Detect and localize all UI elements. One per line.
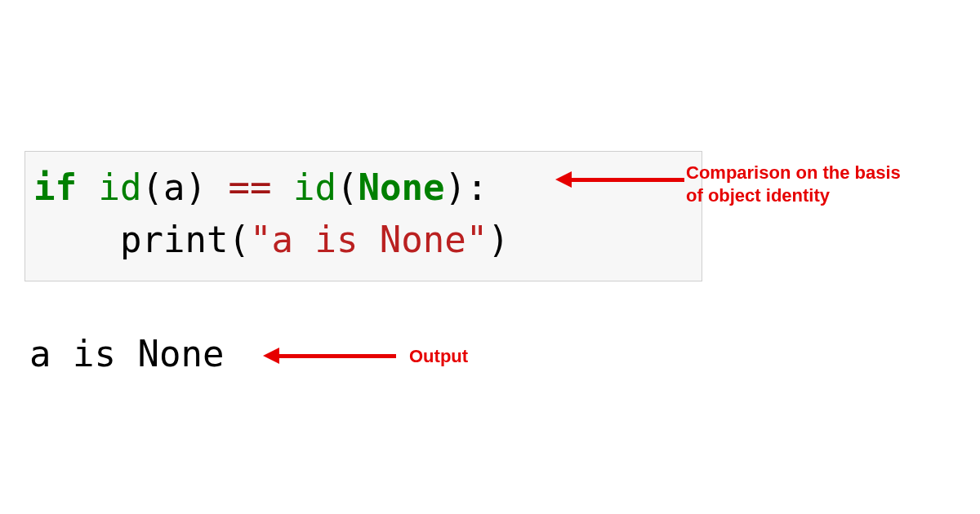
space xyxy=(271,166,293,208)
builtin-print: print xyxy=(120,219,228,260)
arrow-line-icon xyxy=(570,178,684,182)
operator-eq: == xyxy=(228,166,271,208)
string-literal: "a is None" xyxy=(250,219,488,260)
rparen-2: ) xyxy=(444,166,466,208)
annotation-comparison: Comparison on the basis of object identi… xyxy=(686,162,901,206)
indent xyxy=(33,219,120,260)
keyword-if: if xyxy=(33,166,77,208)
output-text: a is None xyxy=(29,333,224,374)
lparen-2: ( xyxy=(336,166,359,208)
colon: : xyxy=(466,166,488,208)
none-literal: None xyxy=(358,166,444,208)
annotation-output: Output xyxy=(409,346,468,367)
annotation-comparison-line2: of object identity xyxy=(686,184,901,207)
arrow-line-icon xyxy=(278,354,396,358)
annotation-comparison-line1: Comparison on the basis xyxy=(686,162,901,184)
code-line-2: print("a is None") xyxy=(33,214,693,266)
arrow-head-icon xyxy=(555,171,572,188)
arrow-head-icon xyxy=(263,348,279,364)
space xyxy=(207,166,229,208)
var-a-1: a xyxy=(163,166,185,208)
rparen-3: ) xyxy=(488,219,510,260)
lparen-3: ( xyxy=(228,219,250,260)
code-line-1: if id(a) == id(None): xyxy=(33,162,693,214)
rparen-1: ) xyxy=(185,166,207,208)
builtin-id-2: id xyxy=(293,166,336,208)
code-block: if id(a) == id(None): print("a is None") xyxy=(24,151,702,281)
space xyxy=(77,166,99,208)
builtin-id-1: id xyxy=(98,166,141,208)
lparen-1: ( xyxy=(141,166,163,208)
